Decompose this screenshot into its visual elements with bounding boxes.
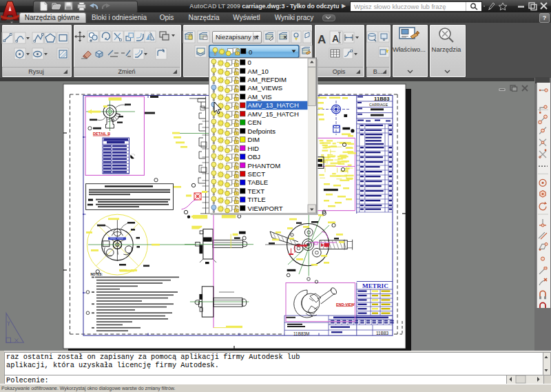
svg-text:TEXT: TEXT (248, 187, 265, 195)
svg-text:AM_REFDIM: AM_REFDIM (248, 76, 287, 83)
svg-text:Defpoints: Defpoints (248, 127, 276, 135)
svg-text:AMV_13_HATCH: AMV_13_HATCH (248, 101, 300, 109)
svg-text:SECT: SECT (248, 170, 266, 178)
svg-text:DIM: DIM (248, 136, 260, 143)
svg-text:TITLE: TITLE (248, 196, 266, 203)
svg-text:AM_VIEWS: AM_VIEWS (248, 84, 283, 92)
svg-text:PHANTOM: PHANTOM (248, 162, 281, 169)
svg-text:AM_VIS: AM_VIS (248, 93, 272, 101)
svg-text:AM_10: AM_10 (248, 68, 269, 75)
svg-text:VIEWPORT: VIEWPORT (248, 205, 283, 212)
svg-text:CEN: CEN (248, 118, 262, 126)
svg-text:TABLE: TABLE (248, 178, 269, 186)
svg-text:HID: HID (248, 145, 260, 152)
svg-text:OBJ: OBJ (248, 153, 261, 161)
svg-text:0: 0 (249, 48, 252, 56)
svg-text:0: 0 (248, 59, 251, 66)
svg-text:AMV_15_HATCH: AMV_15_HATCH (248, 110, 300, 118)
